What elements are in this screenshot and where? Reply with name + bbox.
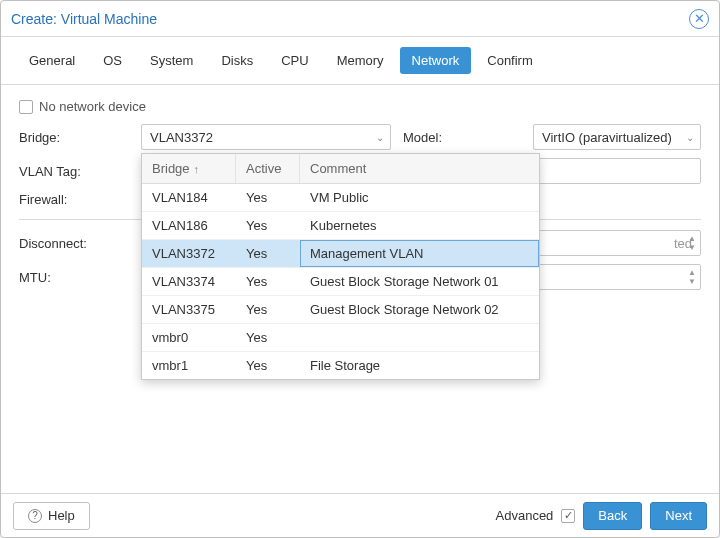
dialog-footer: ? Help Advanced ✓ Back Next bbox=[1, 493, 719, 537]
advanced-checkbox[interactable]: ✓ bbox=[561, 509, 575, 523]
tab-system[interactable]: System bbox=[138, 47, 205, 74]
dropdown-row[interactable]: VLAN186YesKubernetes bbox=[142, 212, 539, 240]
chevron-down-icon: ⌄ bbox=[686, 132, 694, 143]
col-bridge-label: Bridge bbox=[152, 161, 190, 176]
dropdown-rows: VLAN184YesVM PublicVLAN186YesKubernetesV… bbox=[142, 184, 539, 379]
cell-active: Yes bbox=[236, 240, 300, 267]
tab-bar: General OS System Disks CPU Memory Netwo… bbox=[1, 37, 719, 85]
mtu-label: MTU: bbox=[19, 270, 129, 285]
next-button[interactable]: Next bbox=[650, 502, 707, 530]
bridge-value: VLAN3372 bbox=[150, 130, 213, 145]
tab-memory[interactable]: Memory bbox=[325, 47, 396, 74]
cell-active: Yes bbox=[236, 296, 300, 323]
bridge-label: Bridge: bbox=[19, 130, 129, 145]
cell-comment: Guest Block Storage Network 01 bbox=[300, 268, 539, 295]
cell-bridge: VLAN3374 bbox=[142, 268, 236, 295]
cell-active: Yes bbox=[236, 268, 300, 295]
close-button[interactable]: ✕ bbox=[689, 9, 709, 29]
advanced-label: Advanced bbox=[496, 508, 554, 523]
col-active-header[interactable]: Active bbox=[236, 154, 300, 183]
bridge-dropdown: Bridge ↑ Active Comment VLAN184YesVM Pub… bbox=[141, 153, 540, 380]
spinner-icon[interactable]: ▲▼ bbox=[688, 265, 696, 289]
firewall-label: Firewall: bbox=[19, 192, 129, 207]
cell-bridge: vmbr1 bbox=[142, 352, 236, 379]
help-button[interactable]: ? Help bbox=[13, 502, 90, 530]
dropdown-row[interactable]: vmbr0Yes bbox=[142, 324, 539, 352]
cell-comment: Kubernetes bbox=[300, 212, 539, 239]
cell-comment: VM Public bbox=[300, 184, 539, 211]
dropdown-row[interactable]: vmbr1YesFile Storage bbox=[142, 352, 539, 379]
mac-address-input[interactable] bbox=[533, 158, 701, 184]
cell-bridge: VLAN3372 bbox=[142, 240, 236, 267]
model-value: VirtIO (paravirtualized) bbox=[542, 130, 672, 145]
tab-confirm[interactable]: Confirm bbox=[475, 47, 545, 74]
help-icon: ? bbox=[28, 509, 42, 523]
disconnect-label: Disconnect: bbox=[19, 236, 129, 251]
tab-disks[interactable]: Disks bbox=[209, 47, 265, 74]
create-vm-dialog: Create: Virtual Machine ✕ General OS Sys… bbox=[0, 0, 720, 538]
back-label: Back bbox=[598, 508, 627, 523]
cell-bridge: vmbr0 bbox=[142, 324, 236, 351]
dropdown-row[interactable]: VLAN3375YesGuest Block Storage Network 0… bbox=[142, 296, 539, 324]
next-label: Next bbox=[665, 508, 692, 523]
dialog-body: No network device Bridge: VLAN3372 ⌄ Mod… bbox=[1, 85, 719, 493]
cell-active: Yes bbox=[236, 324, 300, 351]
tab-cpu[interactable]: CPU bbox=[269, 47, 320, 74]
cell-comment: Guest Block Storage Network 02 bbox=[300, 296, 539, 323]
cell-active: Yes bbox=[236, 212, 300, 239]
cell-active: Yes bbox=[236, 184, 300, 211]
tab-general[interactable]: General bbox=[17, 47, 87, 74]
model-label: Model: bbox=[403, 130, 521, 145]
back-button[interactable]: Back bbox=[583, 502, 642, 530]
cell-comment: Management VLAN bbox=[300, 240, 539, 267]
dropdown-row[interactable]: VLAN3372YesManagement VLAN bbox=[142, 240, 539, 268]
dropdown-row[interactable]: VLAN3374YesGuest Block Storage Network 0… bbox=[142, 268, 539, 296]
tab-network[interactable]: Network bbox=[400, 47, 472, 74]
titlebar: Create: Virtual Machine ✕ bbox=[1, 1, 719, 37]
col-bridge-header[interactable]: Bridge ↑ bbox=[142, 154, 236, 183]
tab-os[interactable]: OS bbox=[91, 47, 134, 74]
cell-bridge: VLAN186 bbox=[142, 212, 236, 239]
help-label: Help bbox=[48, 508, 75, 523]
chevron-down-icon: ⌄ bbox=[376, 132, 384, 143]
no-network-label: No network device bbox=[39, 99, 146, 114]
no-network-row: No network device bbox=[19, 99, 701, 114]
cell-active: Yes bbox=[236, 352, 300, 379]
no-network-checkbox[interactable] bbox=[19, 100, 33, 114]
cell-bridge: VLAN3375 bbox=[142, 296, 236, 323]
dropdown-header: Bridge ↑ Active Comment bbox=[142, 154, 539, 184]
bridge-select[interactable]: VLAN3372 ⌄ bbox=[141, 124, 391, 150]
cell-comment bbox=[300, 324, 539, 351]
sort-asc-icon: ↑ bbox=[194, 163, 200, 175]
cell-comment: File Storage bbox=[300, 352, 539, 379]
cell-bridge: VLAN184 bbox=[142, 184, 236, 211]
spinner-icon[interactable]: ▲▼ bbox=[688, 231, 696, 255]
dialog-title: Create: Virtual Machine bbox=[11, 11, 157, 27]
col-comment-header[interactable]: Comment bbox=[300, 154, 539, 183]
model-select[interactable]: VirtIO (paravirtualized) ⌄ bbox=[533, 124, 701, 150]
close-icon: ✕ bbox=[694, 11, 705, 26]
dropdown-row[interactable]: VLAN184YesVM Public bbox=[142, 184, 539, 212]
vlan-tag-label: VLAN Tag: bbox=[19, 164, 129, 179]
